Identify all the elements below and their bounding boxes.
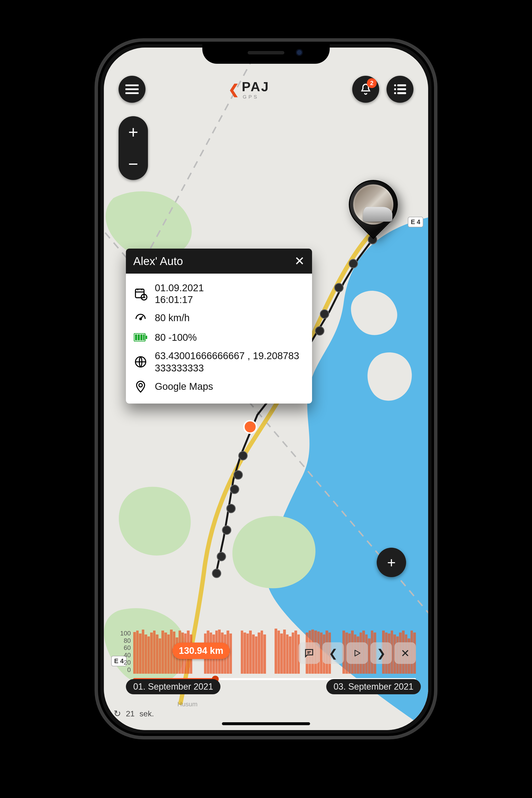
zoom-out-button[interactable]: −: [128, 156, 138, 173]
map-pin-icon: [133, 379, 148, 394]
svg-point-13: [217, 552, 226, 561]
notifications-button[interactable]: 2: [352, 76, 379, 103]
svg-rect-26: [146, 335, 147, 339]
svg-rect-29: [140, 334, 142, 340]
popup-close-button[interactable]: ✕: [294, 254, 305, 268]
svg-point-32: [139, 383, 142, 387]
google-maps-link[interactable]: Google Maps: [133, 377, 305, 396]
speed-icon: [133, 310, 148, 325]
phone-frame: E 4 E 4 Husum ❮ PAJ GPS 2: [95, 38, 437, 739]
tracker-photo: [353, 184, 393, 224]
svg-rect-28: [138, 334, 140, 340]
svg-rect-22: [135, 289, 144, 297]
refresh-icon[interactable]: ↻: [114, 708, 121, 719]
app-screen: E 4 E 4 Husum ❮ PAJ GPS 2: [104, 48, 428, 730]
svg-point-24: [140, 318, 141, 320]
svg-point-14: [212, 569, 221, 578]
popup-battery: 80 -100%: [155, 332, 197, 343]
playback-controls: ❮ ❯ ✕: [298, 642, 416, 664]
zoom-in-button[interactable]: +: [128, 124, 138, 141]
tracker-popup: Alex' Auto ✕ 01.09.2021 16:01:17: [126, 249, 312, 403]
brand-logo: ❮ PAJ GPS: [228, 79, 269, 100]
zoom-control: + −: [118, 116, 148, 180]
tracker-marker[interactable]: [349, 180, 398, 244]
list-button[interactable]: [386, 76, 414, 103]
svg-point-5: [335, 284, 343, 292]
svg-point-4: [349, 259, 358, 268]
svg-rect-27: [135, 334, 137, 340]
home-indicator[interactable]: [222, 722, 310, 725]
battery-icon: [133, 330, 148, 345]
popup-coords: 63.43001666666667 , 19.208783333333333: [155, 350, 302, 374]
top-bar: ❮ PAJ GPS 2: [104, 74, 428, 104]
logo-bolt-icon: ❮: [228, 81, 239, 97]
refresh-footer: ↻ 21 sek.: [114, 708, 154, 719]
svg-rect-17: [397, 84, 406, 86]
svg-rect-21: [397, 92, 406, 94]
svg-point-12: [222, 526, 231, 534]
svg-rect-30: [143, 334, 145, 340]
svg-point-11: [227, 504, 235, 513]
calendar-clock-icon: [133, 286, 148, 301]
add-button[interactable]: +: [377, 548, 406, 577]
timeline-close-button[interactable]: ✕: [394, 642, 416, 664]
device-notch: [202, 42, 330, 64]
globe-icon: [133, 355, 148, 369]
svg-point-15: [244, 421, 256, 433]
menu-button[interactable]: [118, 76, 146, 103]
timeline-end-date: 03. September 2021: [326, 679, 421, 694]
timeline-yaxis: 100 80 60 40 20 0: [116, 630, 131, 674]
svg-point-18: [394, 88, 396, 90]
svg-point-20: [394, 92, 396, 94]
play-button[interactable]: [346, 642, 368, 664]
step-back-button[interactable]: ❮: [322, 642, 344, 664]
popup-maps-label: Google Maps: [155, 381, 213, 392]
popup-title: Alex' Auto: [133, 254, 183, 268]
brand-sub: GPS: [243, 94, 269, 100]
annotate-button[interactable]: [298, 642, 320, 664]
notification-badge: 2: [367, 78, 377, 88]
popup-speed: 80 km/h: [155, 312, 190, 323]
brand-name: PAJ: [242, 79, 269, 94]
timeline-start-date: 01. September 2021: [126, 679, 221, 694]
svg-point-7: [316, 327, 324, 335]
svg-point-10: [230, 485, 239, 493]
popup-date: 01.09.2021: [155, 282, 204, 294]
refresh-unit: sek.: [139, 709, 154, 718]
distance-pill: 130.94 km: [172, 642, 230, 659]
svg-rect-19: [397, 88, 406, 90]
step-forward-button[interactable]: ❯: [370, 642, 392, 664]
popup-time: 16:01:17: [155, 294, 204, 306]
svg-point-6: [320, 310, 329, 318]
svg-point-16: [394, 84, 396, 86]
refresh-value: 21: [126, 709, 135, 718]
svg-point-8: [239, 451, 247, 460]
svg-point-9: [234, 470, 243, 479]
